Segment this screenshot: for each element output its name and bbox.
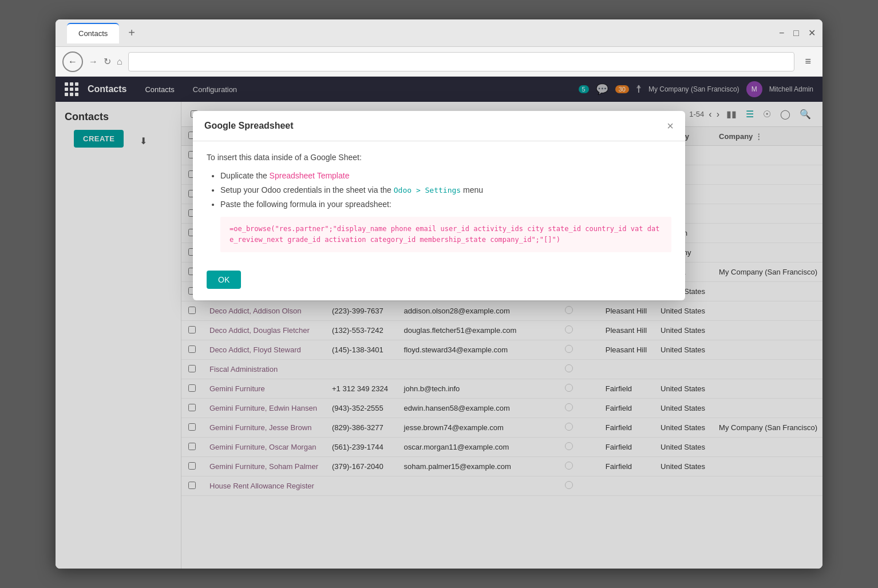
modal-description: To insert this data inside of a Google S…	[207, 153, 671, 162]
google-spreadsheet-modal: Google Spreadsheet × To insert this data…	[193, 111, 685, 300]
spreadsheet-template-link[interactable]: Spreadsheet Template	[270, 171, 350, 180]
modal-step-3: Paste the following formula in your spre…	[220, 197, 671, 252]
browser-window-controls: − □ ✕	[779, 27, 816, 38]
minimize-button[interactable]: −	[779, 28, 784, 38]
tab-title: Contacts	[78, 29, 108, 38]
modal-steps: Duplicate the Spreadsheet Template Setup…	[207, 169, 671, 252]
formula-block: =oe_browse("res.partner";"display_name p…	[220, 217, 671, 252]
modal-step-2-suffix: menu	[463, 185, 483, 194]
maximize-button[interactable]: □	[793, 28, 799, 38]
browser-titlebar: Contacts + − □ ✕	[56, 19, 822, 47]
modal-footer: OK	[193, 264, 685, 300]
odoo-app: Contacts Contacts Configuration 5 💬 30 ☨…	[56, 77, 822, 569]
browser-menu-button[interactable]: ≡	[800, 53, 816, 70]
ok-button[interactable]: OK	[207, 271, 241, 289]
reload-button[interactable]: ↻	[104, 56, 111, 67]
back-button[interactable]: ←	[62, 51, 83, 72]
url-bar[interactable]	[128, 52, 795, 71]
home-button[interactable]: ⌂	[117, 57, 122, 67]
modal-step-1: Duplicate the Spreadsheet Template	[220, 169, 671, 183]
browser-navbar: ← → ↻ ⌂ ≡	[56, 47, 822, 77]
browser-tab[interactable]: Contacts	[67, 23, 119, 43]
modal-body: To insert this data inside of a Google S…	[193, 141, 685, 264]
close-button[interactable]: ✕	[808, 27, 816, 38]
browser-window: Contacts + − □ ✕ ← → ↻ ⌂ ≡ Contacts Cont…	[56, 19, 822, 569]
forward-button[interactable]: →	[89, 57, 98, 67]
odoo-settings-ref: Odoo > Settings	[394, 186, 461, 194]
modal-overlay: Google Spreadsheet × To insert this data…	[56, 77, 822, 569]
modal-title: Google Spreadsheet	[204, 121, 294, 131]
modal-close-button[interactable]: ×	[667, 120, 674, 132]
modal-step-2: Setup your Odoo credentials in the sheet…	[220, 183, 671, 197]
modal-header: Google Spreadsheet ×	[193, 111, 685, 141]
new-tab-button[interactable]: +	[124, 24, 140, 42]
